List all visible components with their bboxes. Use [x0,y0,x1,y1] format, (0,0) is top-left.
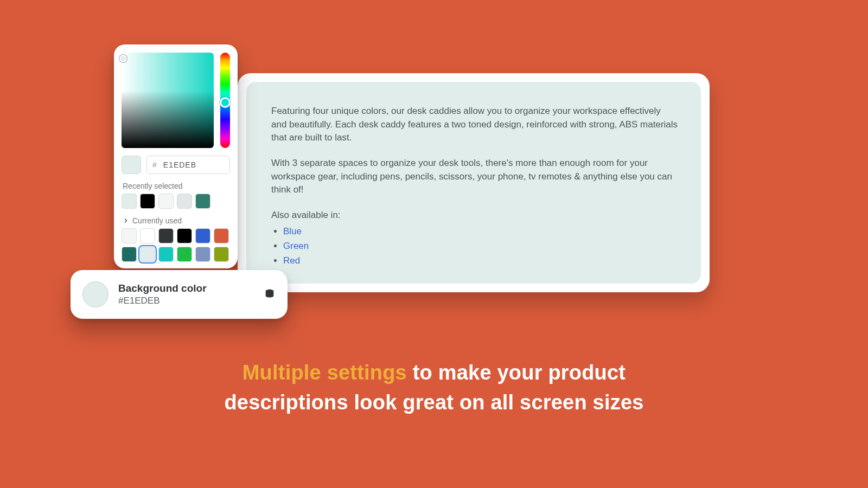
swatch[interactable] [177,228,192,243]
swatch[interactable] [158,194,174,209]
chevron-right-icon [123,217,129,224]
hex-prefix: # [152,160,157,169]
saturation-value-area[interactable] [122,53,214,148]
swatch[interactable] [214,247,229,262]
setting-title: Background color [118,282,254,294]
hue-handle[interactable] [220,97,231,108]
marketing-tagline: Multiple settings to make your product d… [0,358,868,418]
tagline-highlight: Multiple settings [242,361,407,384]
description-preview: Featuring four unique colors, our desk c… [246,82,701,284]
sv-handle[interactable] [119,55,127,62]
swatch[interactable] [122,247,137,262]
currently-used-toggle[interactable]: Currently used [123,216,229,225]
preview-also-label: Also available in: [271,209,678,222]
recently-selected-swatches [122,194,230,209]
current-color-swatch [122,156,141,174]
swatch[interactable] [158,228,174,243]
background-color-setting[interactable]: Background color #E1EDEB [71,270,288,319]
preview-paragraph: With 3 separate spaces to organize your … [271,157,678,197]
preview-paragraph: Featuring four unique colors, our desk c… [271,105,678,145]
variant-link[interactable]: Red [283,255,300,266]
variant-link[interactable]: Blue [283,226,302,236]
hex-input[interactable] [162,160,224,170]
color-picker-panel: # Recently selected Currently used [114,44,238,268]
swatch[interactable] [195,247,210,262]
hue-slider[interactable] [220,53,230,148]
description-preview-card: Featuring four unique colors, our desk c… [238,73,710,292]
swatch[interactable] [158,247,174,262]
database-icon[interactable] [264,288,276,300]
swatch[interactable] [177,194,192,209]
swatch[interactable] [122,194,137,209]
hex-input-wrap[interactable]: # [146,156,230,174]
swatch[interactable] [140,247,155,262]
tagline-line-2: descriptions look great on all screen si… [0,388,868,418]
setting-swatch [82,281,108,307]
tagline-rest-1: to make your product [407,361,626,384]
list-item: Red [283,254,678,268]
swatch[interactable] [177,247,192,262]
list-item: Blue [283,225,678,239]
recently-selected-label: Recently selected [123,182,229,190]
list-item: Green [283,240,678,253]
swatch[interactable] [122,228,137,243]
preview-link-list: Blue Green Red [283,225,678,267]
swatch[interactable] [140,228,155,243]
swatch[interactable] [214,228,229,243]
variant-link[interactable]: Green [283,241,309,251]
swatch[interactable] [140,194,155,209]
swatch[interactable] [195,228,210,243]
currently-used-label: Currently used [132,216,182,225]
swatch[interactable] [195,194,210,209]
currently-used-swatches [122,228,230,262]
setting-value: #E1EDEB [118,296,254,306]
